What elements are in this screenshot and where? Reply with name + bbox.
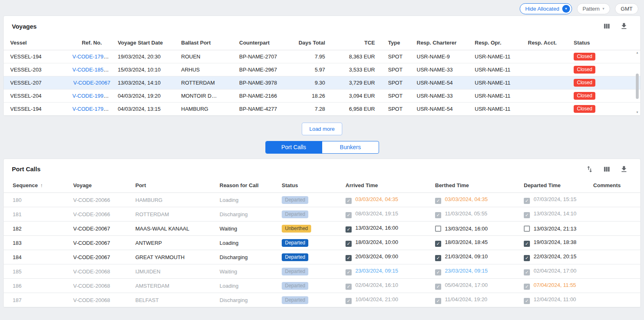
- col-port[interactable]: Port: [129, 179, 213, 193]
- voyage-row[interactable]: VESSEL-194 V-CODE-179019 04/03/2024, 13:…: [4, 102, 640, 115]
- col-days-total[interactable]: Days Total: [294, 36, 332, 50]
- tab-bunkers[interactable]: Bunkers: [322, 141, 379, 153]
- portcall-comments: [586, 264, 640, 279]
- portcall-row[interactable]: 185 V-CODE-20068 IJMUIDEN Waiting Depart…: [4, 264, 640, 279]
- download-icon[interactable]: [620, 22, 628, 30]
- checkbox[interactable]: ✓: [346, 241, 352, 247]
- sort-icon[interactable]: [586, 165, 594, 173]
- checkbox[interactable]: ✓: [435, 255, 441, 261]
- col-resp-opr[interactable]: Resp. Opr.: [468, 36, 521, 50]
- checkbox[interactable]: ✓: [346, 226, 352, 233]
- voyage-ref-link[interactable]: V-CODE-199048: [72, 93, 111, 99]
- voyage-ballast-port: ROUEN: [175, 50, 233, 63]
- load-more-button[interactable]: Load more: [302, 123, 342, 135]
- col-counterpart[interactable]: Counterpart: [233, 36, 294, 50]
- checkbox[interactable]: ✓: [346, 298, 352, 304]
- col-status[interactable]: Status: [275, 179, 339, 193]
- checkbox[interactable]: ✓: [435, 269, 441, 275]
- checkbox[interactable]: ✓: [524, 212, 530, 218]
- portcall-row[interactable]: 180 V-CODE-20066 HAMBURG Loading Departe…: [4, 193, 640, 207]
- col-type[interactable]: Type: [381, 36, 410, 50]
- checkbox[interactable]: ✓: [346, 284, 352, 290]
- hide-allocated-button[interactable]: Hide Allocated ▾: [520, 3, 572, 14]
- portcall-port: AMSTERDAM: [129, 279, 213, 293]
- time-text: 18/03/2024, 10:00: [355, 239, 398, 245]
- col-status[interactable]: Status: [567, 36, 640, 50]
- voyage-ref-link[interactable]: V-CODE-179021: [72, 54, 111, 60]
- scroll-up-icon[interactable]: ▲: [636, 51, 639, 55]
- portcall-sequence: 180: [4, 193, 67, 207]
- voyage-resp-charterer: USR-NAME-9: [410, 50, 468, 63]
- checkbox[interactable]: ✓: [524, 284, 530, 290]
- checkbox[interactable]: ✓: [346, 212, 352, 218]
- time-text: 13/03/2024, 16:00: [355, 225, 398, 231]
- voyages-scrollbar[interactable]: ▲ ▼: [635, 51, 640, 114]
- checkbox[interactable]: ✓: [435, 284, 441, 290]
- time-text: 11/03/2024, 05:55: [445, 210, 487, 217]
- voyage-days-total: 7.28: [294, 102, 332, 115]
- portcall-row[interactable]: 186 V-CODE-20068 AMSTERDAM Loading Depar…: [4, 279, 640, 293]
- columns-icon[interactable]: [603, 165, 611, 173]
- voyage-row[interactable]: VESSEL-204 V-CODE-199048 04/03/2024, 19:…: [4, 89, 640, 102]
- time-text: 12/04/2024, 11:00: [534, 296, 576, 302]
- voyage-resp-opr: USR-NAME-11: [468, 102, 521, 115]
- col-vessel[interactable]: Vessel: [4, 36, 72, 50]
- col-resp-charterer[interactable]: Resp. Charterer: [410, 36, 468, 50]
- checkbox[interactable]: [524, 226, 530, 232]
- col-sequence[interactable]: Sequence↑: [4, 179, 67, 193]
- checkbox[interactable]: ✓: [346, 255, 352, 261]
- checkbox[interactable]: ✓: [435, 241, 441, 247]
- voyage-type: SPOT: [381, 102, 410, 115]
- col-comments[interactable]: Comments: [586, 179, 640, 193]
- scrollbar-thumb[interactable]: [636, 74, 639, 99]
- col-resp-acct[interactable]: Resp. Acct.: [521, 36, 567, 50]
- portcall-row[interactable]: 184 V-CODE-20067 GREAT YARMOUTH Discharg…: [4, 250, 640, 264]
- voyage-row[interactable]: VESSEL-207 V-CODE-20067 13/03/2024, 14:1…: [4, 76, 640, 89]
- voyage-status: Closed: [567, 89, 640, 102]
- checkbox[interactable]: ✓: [524, 241, 530, 247]
- voyage-status: Closed: [567, 76, 640, 89]
- portcall-row[interactable]: 181 V-CODE-20066 ROTTERDAM Discharging D…: [4, 207, 640, 222]
- pattern-button[interactable]: Pattern ▾: [577, 3, 610, 14]
- voyage-ref-link[interactable]: V-CODE-20067: [73, 80, 110, 86]
- checkbox[interactable]: ✓: [524, 255, 530, 261]
- time-text: 19/03/2024, 18:38: [534, 239, 577, 245]
- checkbox[interactable]: ✓: [435, 198, 441, 204]
- portcall-row[interactable]: 187 V-CODE-20068 BELFAST Discharging Dep…: [4, 293, 640, 307]
- col-berthed-time[interactable]: Berthed Time: [429, 179, 517, 193]
- checkbox[interactable]: ✓: [524, 198, 530, 204]
- checkbox[interactable]: ✓: [346, 198, 352, 204]
- voyage-ref-link[interactable]: V-CODE-185009: [72, 67, 111, 73]
- gmt-button[interactable]: GMT: [615, 3, 638, 14]
- voyage-days-total: 5.97: [294, 63, 332, 76]
- col-departed-time[interactable]: Departed Time: [517, 179, 586, 193]
- voyage-row[interactable]: VESSEL-203 V-CODE-185009 15/03/2024, 10:…: [4, 63, 640, 76]
- col-ballast-port[interactable]: Ballast Port: [175, 36, 233, 50]
- scroll-down-icon[interactable]: ▼: [636, 110, 639, 114]
- scrollbar-track[interactable]: [635, 55, 639, 110]
- download-icon[interactable]: [620, 165, 628, 173]
- col-voyage-start-date[interactable]: Voyage Start Date: [111, 36, 175, 50]
- portcall-row[interactable]: 183 V-CODE-20067 ANTWERP Loading Departe…: [4, 236, 640, 250]
- checkbox[interactable]: [435, 226, 441, 232]
- col-arrived-time[interactable]: Arrived Time: [339, 179, 429, 193]
- tab-port-calls[interactable]: Port Calls: [266, 141, 322, 153]
- col-voyage[interactable]: Voyage: [67, 179, 129, 193]
- portcall-arrived-time: ✓03/03/2024, 04:35: [339, 193, 429, 207]
- col-ref-no[interactable]: Ref. No.: [72, 36, 111, 50]
- checkbox[interactable]: ✓: [346, 269, 352, 275]
- voyage-ref-link[interactable]: V-CODE-179019: [72, 106, 111, 112]
- checkbox[interactable]: ✓: [524, 298, 530, 304]
- checkbox[interactable]: ✓: [524, 269, 530, 275]
- portcall-berthed-time: ✓11/04/2024, 19:20: [429, 293, 517, 307]
- checkbox[interactable]: ✓: [435, 298, 441, 304]
- sort-ascending-icon: ↑: [40, 183, 43, 188]
- portcall-row[interactable]: 182 V-CODE-20067 MAAS-WAAL KANAAL Waitin…: [4, 222, 640, 236]
- time-text: 20/03/2024, 09:00: [355, 253, 398, 260]
- checkbox[interactable]: ✓: [435, 212, 441, 218]
- col-reason[interactable]: Reason for Call: [213, 179, 275, 193]
- voyage-row[interactable]: VESSEL-194 V-CODE-179021 19/03/2024, 20:…: [4, 50, 640, 63]
- columns-icon[interactable]: [603, 22, 611, 30]
- col-tce[interactable]: TCE: [332, 36, 381, 50]
- time-text: 13/03/2024, 16:00: [445, 226, 488, 232]
